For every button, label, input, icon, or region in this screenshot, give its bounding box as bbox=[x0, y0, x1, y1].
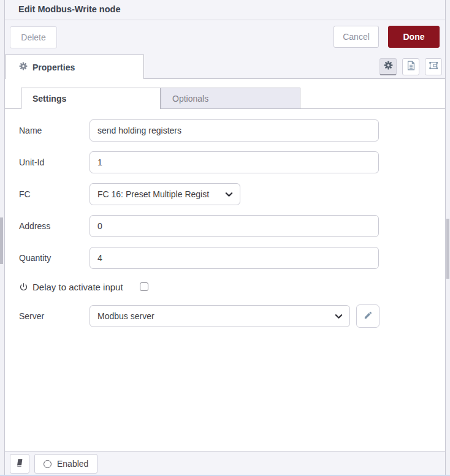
tab-properties[interactable]: Properties bbox=[5, 55, 144, 79]
settings-form: Name Unit-Id FC FC 16: Preset Multiple R… bbox=[5, 109, 445, 328]
page-left-scrollbar-thumb[interactable] bbox=[0, 217, 3, 264]
form-row-fc: FC FC 16: Preset Multiple Regist bbox=[19, 183, 445, 205]
chevron-down-icon bbox=[225, 189, 233, 200]
circle-outline-icon bbox=[44, 460, 51, 468]
server-select-value: Modbus server bbox=[97, 311, 335, 321]
dialog-button-bar: Delete Cancel Done bbox=[5, 20, 445, 55]
quantity-input[interactable] bbox=[90, 247, 379, 269]
gear-icon bbox=[19, 62, 28, 73]
book-icon bbox=[15, 458, 24, 469]
edit-node-dialog: Edit Modbus-Write node Delete Cancel Don… bbox=[4, 0, 446, 476]
enabled-toggle-label: Enabled bbox=[57, 459, 88, 469]
dialog-header: Edit Modbus-Write node bbox=[5, 0, 445, 20]
page-left-scroll-track bbox=[0, 0, 4, 476]
dialog-footer: Enabled bbox=[5, 451, 445, 476]
quantity-field-label: Quantity bbox=[19, 253, 90, 263]
address-field-label: Address bbox=[19, 221, 90, 231]
form-row-address: Address bbox=[19, 215, 445, 237]
description-view-button[interactable] bbox=[402, 58, 419, 75]
node-enabled-toggle[interactable]: Enabled bbox=[34, 454, 97, 474]
document-icon bbox=[406, 61, 416, 73]
pencil-icon bbox=[364, 311, 373, 322]
power-icon bbox=[19, 282, 28, 292]
fc-select-value: FC 16: Preset Multiple Regist bbox=[97, 189, 225, 199]
tab-settings[interactable]: Settings bbox=[21, 88, 161, 109]
cancel-button[interactable]: Cancel bbox=[334, 26, 379, 48]
tab-optionals[interactable]: Optionals bbox=[161, 88, 300, 108]
done-button[interactable]: Done bbox=[388, 26, 440, 48]
gear-icon bbox=[384, 61, 393, 72]
screen: Edit Modbus-Write node Delete Cancel Don… bbox=[0, 0, 450, 476]
properties-view-button[interactable] bbox=[379, 58, 397, 75]
form-row-unit-id: Unit-Id bbox=[19, 151, 445, 173]
fc-field-label: FC bbox=[19, 189, 90, 199]
node-help-button[interactable] bbox=[10, 454, 29, 474]
appearance-view-button[interactable] bbox=[425, 58, 442, 75]
server-field-label: Server bbox=[19, 311, 90, 321]
form-row-quantity: Quantity bbox=[19, 247, 445, 269]
unit-id-input[interactable] bbox=[90, 151, 379, 173]
delay-checkbox[interactable] bbox=[140, 282, 148, 291]
properties-tab-label: Properties bbox=[32, 62, 75, 72]
form-scrollbar-thumb[interactable] bbox=[446, 219, 449, 279]
chevron-down-icon bbox=[335, 311, 343, 322]
address-input[interactable] bbox=[90, 215, 379, 237]
group-scope-icon bbox=[429, 61, 439, 73]
form-scroll-track bbox=[446, 0, 450, 476]
name-input[interactable] bbox=[90, 119, 379, 142]
delay-checkbox-label: Delay to activate input bbox=[32, 282, 123, 292]
editor-content: Settings Optionals Name Unit-Id FC FC 16… bbox=[5, 79, 445, 451]
name-field-label: Name bbox=[19, 126, 90, 135]
settings-tab-bar: Settings Optionals bbox=[5, 88, 445, 109]
form-row-server: Server Modbus server bbox=[19, 304, 445, 328]
unit-id-field-label: Unit-Id bbox=[19, 157, 90, 167]
editor-tab-bar: Properties bbox=[5, 55, 445, 79]
server-select[interactable]: Modbus server bbox=[90, 305, 350, 327]
edit-server-button[interactable] bbox=[356, 304, 379, 328]
dialog-title: Edit Modbus-Write node bbox=[5, 0, 445, 19]
form-row-delay: Delay to activate input bbox=[19, 279, 445, 295]
fc-select[interactable]: FC 16: Preset Multiple Regist bbox=[90, 183, 240, 205]
form-row-name: Name bbox=[19, 119, 445, 142]
delete-button[interactable]: Delete bbox=[10, 26, 57, 48]
